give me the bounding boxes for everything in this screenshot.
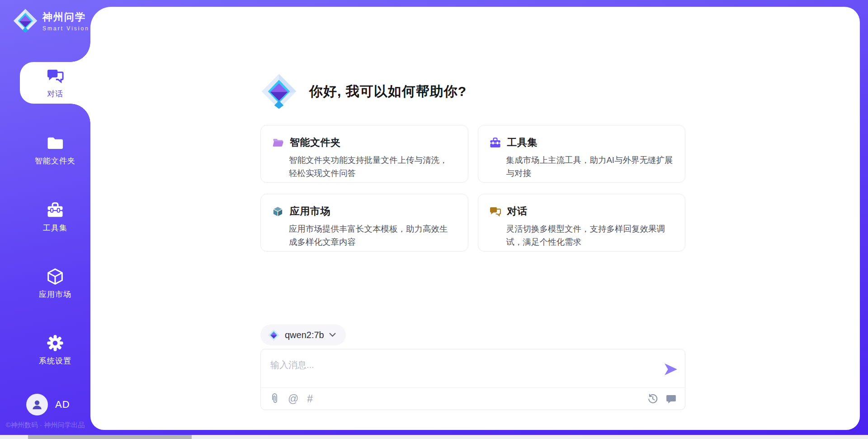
model-name: qwen2:7b bbox=[285, 330, 324, 340]
card-description: 应用市场提供丰富长文本模板，助力高效生成多样化文章内容 bbox=[289, 222, 456, 248]
message-composer: @ # bbox=[260, 349, 685, 410]
main-panel: 你好, 我可以如何帮助你? 智能文件夹 智能文件夹功能支持批量文件上传与清洗，轻… bbox=[90, 7, 860, 430]
chevron-down-icon bbox=[329, 333, 336, 337]
user-account[interactable]: AD bbox=[26, 394, 70, 415]
sidebar-item-app-market[interactable]: 应用市场 bbox=[20, 262, 90, 304]
sidebar-item-toolset[interactable]: 工具集 bbox=[20, 196, 90, 238]
card-chat[interactable]: 对话 灵活切换多模型文件，支持多样回复效果调试，满足个性化需求 bbox=[478, 194, 686, 252]
toolbox-icon bbox=[489, 137, 501, 149]
brand-diamond-icon bbox=[13, 8, 38, 33]
feature-cards: 智能文件夹 智能文件夹功能支持批量文件上传与清洗，轻松实现文件问答 工具集 集成… bbox=[260, 125, 685, 252]
message-input[interactable] bbox=[270, 357, 646, 372]
sidebar-item-chat[interactable]: 对话 bbox=[20, 62, 90, 104]
card-title: 工具集 bbox=[507, 136, 538, 149]
copyright-text: ©神州数码 · 神州问学出品 bbox=[0, 421, 90, 429]
card-description: 灵活切换多模型文件，支持多样回复效果调试，满足个性化需求 bbox=[506, 222, 674, 248]
cube-icon bbox=[46, 267, 64, 286]
model-selector[interactable]: qwen2:7b bbox=[260, 324, 346, 345]
card-description: 智能文件夹功能支持批量文件上传与清洗，轻松实现文件问答 bbox=[289, 153, 456, 180]
content-column: 你好, 我可以如何帮助你? 智能文件夹 智能文件夹功能支持批量文件上传与清洗，轻… bbox=[260, 7, 685, 430]
app-title: 神州问学 bbox=[42, 10, 90, 24]
sidebar: 神州问学 Smart Vision 对话 智能文件夹 工具集 bbox=[0, 0, 90, 439]
greeting-title: 你好, 我可以如何帮助你? bbox=[309, 82, 467, 101]
sidebar-item-label: 系统设置 bbox=[39, 356, 71, 366]
hashtag-icon[interactable]: # bbox=[307, 394, 313, 404]
app-subtitle: Smart Vision bbox=[42, 25, 90, 32]
sidebar-item-label: 应用市场 bbox=[39, 289, 71, 300]
card-title: 应用市场 bbox=[290, 205, 330, 218]
sidebar-item-smart-folder[interactable]: 智能文件夹 bbox=[20, 129, 90, 171]
greeting-diamond-icon bbox=[260, 73, 297, 110]
folder-icon bbox=[46, 134, 64, 152]
horizontal-scrollbar bbox=[0, 435, 868, 439]
sidebar-item-settings[interactable]: 系统设置 bbox=[20, 329, 90, 371]
history-icon[interactable] bbox=[647, 393, 658, 404]
avatar[interactable] bbox=[26, 394, 48, 415]
person-icon bbox=[30, 398, 44, 411]
feedback-bubble-icon[interactable] bbox=[666, 394, 676, 404]
attachment-icon[interactable] bbox=[269, 393, 279, 405]
app-logo: 神州问学 Smart Vision bbox=[13, 8, 90, 33]
card-title: 对话 bbox=[507, 205, 528, 218]
model-diamond-icon bbox=[268, 329, 280, 341]
composer-toolbar: @ # bbox=[261, 388, 685, 410]
card-title: 智能文件夹 bbox=[290, 136, 341, 149]
toolbox-icon bbox=[46, 201, 64, 219]
chat-bubbles-icon bbox=[489, 205, 501, 218]
send-icon[interactable] bbox=[664, 363, 678, 376]
gear-icon bbox=[46, 334, 64, 352]
sidebar-item-label: 工具集 bbox=[43, 223, 67, 233]
greeting-block: 你好, 我可以如何帮助你? bbox=[260, 73, 467, 110]
scrollbar-thumb[interactable] bbox=[28, 435, 192, 439]
cube-faceted-icon bbox=[272, 205, 284, 218]
card-smart-folder[interactable]: 智能文件夹 智能文件夹功能支持批量文件上传与清洗，轻松实现文件问答 bbox=[260, 125, 468, 183]
chat-bubbles-icon bbox=[46, 67, 64, 85]
mention-icon[interactable]: @ bbox=[288, 394, 298, 404]
card-description: 集成市场上主流工具，助力AI与外界无缝扩展与对接 bbox=[506, 153, 674, 180]
user-name: AD bbox=[55, 399, 70, 410]
sidebar-item-label: 智能文件夹 bbox=[35, 156, 75, 166]
card-toolset[interactable]: 工具集 集成市场上主流工具，助力AI与外界无缝扩展与对接 bbox=[478, 125, 686, 183]
card-app-market[interactable]: 应用市场 应用市场提供丰富长文本模板，助力高效生成多样化文章内容 bbox=[260, 194, 468, 252]
folder-open-icon bbox=[272, 137, 284, 149]
sidebar-item-label: 对话 bbox=[47, 89, 63, 99]
